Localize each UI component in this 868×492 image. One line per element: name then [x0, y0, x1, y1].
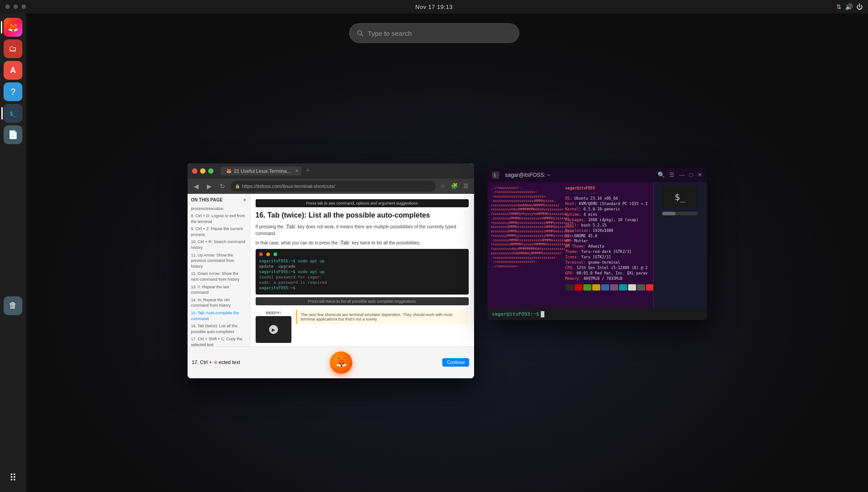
neofetch-content: .-/+oossssoo+/-. `:+ssssssssssssssssss+:…: [491, 186, 650, 291]
search-icon: [357, 30, 363, 37]
terminal-mini-icon[interactable]: $_: [662, 186, 698, 208]
minimize-button[interactable]: [200, 168, 205, 174]
dock-terminal[interactable]: $_: [4, 104, 22, 123]
toc-item-15[interactable]: 15. Tab: Auto-complete the command: [191, 309, 246, 322]
terminal-window: $ sagar@itsFOSS: ~ 🔍 ☰ — □ ✕ .-/+oosssso…: [487, 168, 707, 320]
color-block-6: [619, 284, 627, 291]
toc-title: ON THIS PAGE ≡: [191, 197, 246, 202]
toc-item-9[interactable]: 9. Ctrl + Z: Pause the current process: [191, 225, 246, 238]
t-dot-yellow: [266, 252, 270, 256]
help-icon: ?: [10, 87, 15, 97]
dock-trash[interactable]: 🗑: [4, 296, 22, 315]
dock-nautilus[interactable]: 📄: [4, 125, 22, 144]
terminal-line-5: sudo: a password is required: [259, 280, 465, 285]
color-block-1: [574, 284, 582, 291]
toc-item-8[interactable]: 8. Ctrl + D: Logout or exit from the ter…: [191, 212, 246, 225]
neofetch-wm: WM: Mutter: [565, 239, 653, 244]
neofetch-packages: Packages: 1668 (dpkg), 10 (snap): [565, 218, 653, 223]
forward-button[interactable]: ▶: [204, 182, 214, 191]
url-bar[interactable]: 🔒 https://itsfoss.com/linux-terminal-sho…: [231, 181, 436, 192]
toc-toggle[interactable]: ≡: [244, 197, 246, 202]
appstore-icon: A: [10, 66, 16, 75]
color-block-3: [592, 284, 600, 291]
continue-button[interactable]: Continue: [442, 358, 469, 367]
power-icon[interactable]: ⏻: [856, 3, 863, 10]
next-section-text: 17. Ctrl + ⊗ ected text: [192, 359, 240, 365]
menu-button[interactable]: ☰: [462, 182, 470, 190]
desktop: 🦊 21 Useful Linux Termina... ✕ + ◀ ▶ ↻ 🔒…: [26, 13, 868, 492]
play-button[interactable]: ▶: [269, 325, 278, 334]
terminal-prompt: sagar@itsFOSS:~$: [492, 311, 539, 317]
toc-item-16[interactable]: 16. Tab (twice): List all the possible a…: [191, 322, 246, 335]
close-button[interactable]: [192, 168, 197, 174]
firefox-icon: 🦊: [8, 22, 19, 33]
terminal-app-icon: $: [492, 171, 499, 179]
terminal-menu-button[interactable]: ☰: [669, 171, 675, 178]
browser-next-section: 17. Ctrl + ⊗ ected text 🦊 Continue: [188, 347, 474, 378]
terminal-maximize-button[interactable]: □: [689, 171, 693, 178]
neofetch-username: sagar@itsFOSS: [565, 186, 653, 191]
bookmark-button[interactable]: ☆: [438, 182, 447, 190]
svg-line-1: [361, 34, 363, 36]
back-button[interactable]: ◀: [191, 182, 201, 191]
close-tab-button[interactable]: ✕: [295, 168, 299, 173]
neofetch-de: DE: GNOME 45.0: [565, 234, 653, 239]
color-block-4: [601, 284, 609, 291]
firefox-badge-icon: 🦊: [335, 357, 347, 368]
video-thumb[interactable]: ▶: [256, 316, 291, 343]
color-block-7: [628, 284, 636, 291]
terminal-minimize-button[interactable]: —: [679, 171, 685, 178]
toc-item-11[interactable]: 11. Up Arrow: Show the previous command …: [191, 252, 246, 270]
scrollbar-thumb[interactable]: [662, 212, 676, 215]
sound-icon[interactable]: 🔊: [845, 3, 853, 10]
toc-item-13[interactable]: 13. !!: Repeat the last command: [191, 283, 246, 296]
topbar: Nov 17 19:13 ⇅ 🔊 ⏻: [0, 0, 868, 13]
window-controls: [5, 4, 26, 9]
apps-icon: ⠿: [9, 472, 17, 484]
article-heading: 16. Tab (twice): List all the possible a…: [256, 211, 469, 220]
neofetch-os: OS: Ubuntu 23.10 x86_64: [565, 196, 653, 201]
color-block-2: [583, 284, 591, 291]
dock-help[interactable]: ?: [4, 82, 22, 101]
toc-item-17[interactable]: 17. Ctrl + Shift + C: Copy the selected …: [191, 335, 246, 346]
neofetch-cpu: CPU: 12th Gen Intel i5-12400 (8) @ 2: [565, 265, 653, 271]
neofetch-icons: Icons: Yaru [GTK2/3]: [565, 255, 653, 260]
network-icon[interactable]: ⇅: [836, 3, 842, 10]
browser-tab[interactable]: 🦊 21 Useful Linux Termina... ✕: [221, 167, 301, 175]
neofetch-memory: Memory: 4097MiB / 7835MiB: [565, 276, 653, 282]
svg-point-0: [357, 30, 361, 34]
toc-item-12[interactable]: 12. Down Arrow: Show the next command fr…: [191, 270, 246, 283]
tab-title: 21 Useful Linux Termina...: [234, 168, 291, 174]
toc-item-14[interactable]: 14. In: Repeat the nth command from hist…: [191, 296, 246, 309]
terminal-close-button[interactable]: ✕: [697, 171, 702, 178]
dock-appstore[interactable]: A: [4, 61, 22, 80]
svg-text:$: $: [493, 173, 496, 178]
toc-item-process[interactable]: process/execution: [191, 205, 246, 213]
dock-files[interactable]: 🗂: [4, 39, 22, 58]
refresh-button[interactable]: ↻: [217, 182, 228, 191]
new-tab-button[interactable]: +: [306, 166, 311, 175]
browser-window: 🦊 21 Useful Linux Termina... ✕ + ◀ ▶ ↻ 🔒…: [188, 163, 474, 378]
browser-article: Press tab to see command, options and ar…: [250, 194, 474, 347]
dot-1: [5, 4, 10, 9]
tab-hint-bottom: Press tab twice to list all possible aut…: [256, 297, 469, 305]
terminal-search-button[interactable]: 🔍: [658, 171, 665, 178]
color-block-0: [565, 284, 573, 291]
video-label: BEEPY!: [256, 310, 291, 316]
searchbar-container: [0, 13, 868, 43]
maximize-button[interactable]: [208, 168, 214, 174]
terminal-title-label: sagar@itsFOSS: ~: [505, 172, 653, 178]
files-icon: 🗂: [9, 44, 17, 54]
tab-hint-top: Press tab to see command, options and ar…: [256, 199, 469, 207]
search-input[interactable]: [368, 30, 511, 37]
toc-item-10[interactable]: 10. Ctrl + R: Search command history: [191, 238, 246, 251]
section-row: BEEPY! ▶ The next few shortcuts are term…: [256, 310, 469, 343]
terminal-demo: sagaritsFOSS:~$ sudo apt up update upgra…: [256, 249, 469, 295]
browser-content: ON THIS PAGE ≡ process/execution 8. Ctrl…: [188, 194, 474, 347]
dock-firefox[interactable]: 🦊: [4, 18, 22, 37]
neofetch-colors: [565, 284, 653, 291]
dock-apps[interactable]: ⠿: [4, 469, 22, 488]
extensions-button[interactable]: 🧩: [449, 182, 460, 190]
article-text-1: If pressing the Tab key does not work, i…: [256, 223, 469, 237]
terminal-icon: $_: [9, 110, 17, 117]
